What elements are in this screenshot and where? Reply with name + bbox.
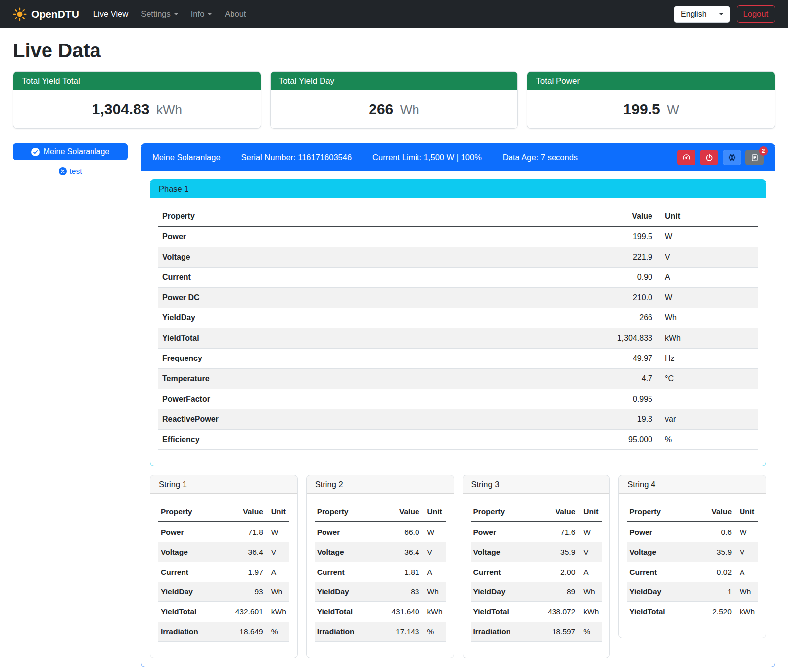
- phase-table-row: YieldDay 266 Wh: [158, 308, 758, 328]
- unit-cell: kWh: [422, 602, 446, 622]
- unit-cell: W: [656, 226, 758, 247]
- unit-cell: kWh: [578, 602, 602, 622]
- card-value: 1,304.83: [92, 101, 150, 117]
- string-card-title: String 3: [463, 475, 610, 494]
- logout-button[interactable]: Logout: [737, 5, 775, 23]
- unit-cell: var: [656, 409, 758, 430]
- value-cell: 1,304.833: [570, 328, 656, 349]
- caret-down-icon: [208, 13, 212, 15]
- value-cell: 17.143: [385, 622, 422, 641]
- unit-cell: kWh: [266, 602, 289, 622]
- phase-title: Phase 1: [150, 180, 766, 198]
- string-1-table: Property Value Unit Power: [158, 502, 289, 642]
- string-card-title: String 4: [619, 475, 766, 494]
- sun-icon: [13, 7, 27, 21]
- string-table-row: YieldDay 1 Wh: [627, 582, 758, 602]
- unit-cell: kWh: [656, 328, 758, 349]
- column-header-property: Property: [471, 502, 542, 522]
- cpu-icon: [728, 153, 736, 162]
- panel-buttons: 2: [677, 150, 764, 165]
- check-circle-icon: [31, 148, 40, 156]
- table-header-row: Property Value Unit: [471, 502, 602, 522]
- unit-cell: W: [422, 522, 446, 542]
- unit-cell: %: [422, 622, 446, 641]
- value-cell: 35.9: [541, 542, 578, 562]
- nav-item-label: About: [225, 9, 246, 19]
- string-4-card: String 4 Property Value Unit: [618, 475, 766, 638]
- value-cell: 1: [697, 582, 734, 602]
- inverter-selector: Meine Solaranlage test: [13, 143, 128, 176]
- property-cell: Voltage: [627, 542, 697, 562]
- nav-item-info[interactable]: Info: [185, 5, 219, 23]
- property-cell: YieldDay: [471, 582, 542, 602]
- value-cell: 95.000: [570, 430, 656, 450]
- string-table-row: Voltage 36.4 V: [315, 542, 446, 562]
- property-cell: Voltage: [315, 542, 385, 562]
- unit-cell: A: [422, 562, 446, 582]
- unit-cell: kWh: [734, 602, 758, 622]
- value-cell: 0.02: [697, 562, 734, 582]
- card-total-power: Total Power 199.5 W: [527, 71, 775, 129]
- unit-cell: Wh: [266, 582, 289, 602]
- inverter-item-test[interactable]: test: [59, 167, 82, 176]
- value-cell: 18.649: [229, 622, 266, 641]
- value-cell: 0.995: [570, 389, 656, 409]
- unit-cell: °C: [656, 369, 758, 389]
- power-button[interactable]: [700, 150, 718, 165]
- string-table-row: Current 2.00 A: [471, 562, 602, 582]
- phase-table-row: Voltage 221.9 V: [158, 247, 758, 268]
- value-cell: 210.0: [570, 288, 656, 308]
- card-total-yield-total: Total Yield Total 1,304.83 kWh: [13, 71, 261, 129]
- limit-settings-button[interactable]: [677, 150, 695, 165]
- string-card-body: Property Value Unit Power: [150, 494, 297, 658]
- event-log-button[interactable]: 2: [745, 150, 764, 165]
- value-cell: 35.9: [697, 542, 734, 562]
- nav-item-label: Info: [191, 9, 205, 19]
- phase-table-row: Current 0.90 A: [158, 268, 758, 288]
- card-total-yield-day: Total Yield Day 266 Wh: [270, 71, 518, 129]
- nav-item-about[interactable]: About: [218, 5, 252, 23]
- property-cell: Temperature: [158, 369, 570, 389]
- column-header-unit: Unit: [734, 502, 758, 522]
- column-header-value: Value: [697, 502, 734, 522]
- caret-down-icon: [719, 13, 723, 15]
- string-table-row: Irradiation 18.597 %: [471, 622, 602, 641]
- device-info-button[interactable]: [723, 150, 741, 165]
- string-table-row: Current 1.81 A: [315, 562, 446, 582]
- property-cell: YieldTotal: [158, 328, 570, 349]
- inverter-label: test: [70, 167, 82, 176]
- language-select[interactable]: English: [674, 6, 730, 23]
- string-table-row: YieldDay 93 Wh: [158, 582, 289, 602]
- nav-item-settings[interactable]: Settings: [135, 5, 185, 23]
- property-cell: Current: [158, 562, 229, 582]
- string-card-title: String 2: [307, 475, 454, 494]
- phase-table: Property Value Unit Power: [158, 206, 758, 450]
- unit-cell: %: [578, 622, 602, 641]
- property-cell: Power: [158, 522, 229, 542]
- value-cell: 66.0: [385, 522, 422, 542]
- unit-cell: V: [266, 542, 289, 562]
- top-navbar: OpenDTU Live View Settings Info About En…: [0, 0, 788, 28]
- unit-cell: Wh: [656, 308, 758, 328]
- string-table-row: Irradiation 17.143 %: [315, 622, 446, 641]
- value-cell: 89: [541, 582, 578, 602]
- property-cell: YieldTotal: [471, 602, 542, 622]
- phase-table-row: ReactivePower 19.3 var: [158, 409, 758, 430]
- column-header-property: Property: [158, 206, 570, 226]
- string-table-row: YieldTotal 432.601 kWh: [158, 602, 289, 622]
- column-header-unit: Unit: [266, 502, 289, 522]
- string-2-card: String 2 Property Value Unit: [306, 475, 454, 658]
- panel-data-age: Data Age: 7 seconds: [503, 153, 578, 162]
- phase-table-row: Power DC 210.0 W: [158, 288, 758, 308]
- sun-icon: [13, 7, 27, 21]
- brand[interactable]: OpenDTU: [13, 7, 79, 21]
- inverter-panel: Meine Solaranlage Serial Number: 1161716…: [141, 143, 775, 667]
- page-title: Live Data: [13, 40, 775, 62]
- nav-item-live-view[interactable]: Live View: [87, 5, 135, 23]
- string-table-row: Current 0.02 A: [627, 562, 758, 582]
- card-value: 266: [369, 101, 393, 117]
- value-cell: 49.97: [570, 349, 656, 369]
- inverter-button-meine-solaranlage[interactable]: Meine Solaranlage: [13, 143, 128, 160]
- panel-inverter-name: Meine Solaranlage: [152, 153, 221, 162]
- value-cell: 18.597: [541, 622, 578, 641]
